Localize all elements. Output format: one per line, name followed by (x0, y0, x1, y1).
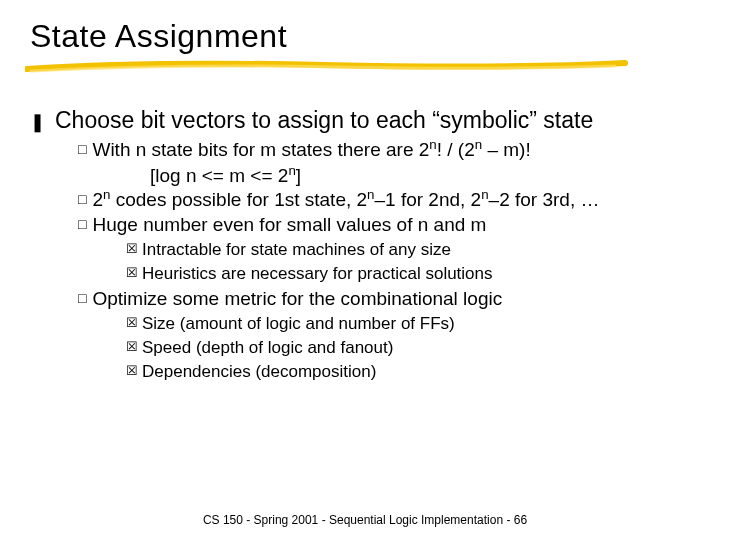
sub-item-codes: □ 2n codes possible for 1st state, 2n–1 … (78, 188, 700, 212)
sub-item-text: Optimize some metric for the combination… (92, 287, 700, 311)
sub-sub-item: ☒ Intractable for state machines of any … (126, 239, 700, 261)
superscript: n (481, 186, 488, 201)
sub-item-text: 2n codes possible for 1st state, 2n–1 fo… (92, 188, 700, 212)
sub-item-huge: □ Huge number even for small values of n… (78, 213, 700, 237)
sub-sub-item: ☒ Speed (depth of logic and fanout) (126, 337, 700, 359)
title-underline (25, 57, 700, 75)
superscript: n (367, 186, 374, 201)
slide-title: State Assignment (30, 18, 700, 55)
y-bullet-icon: □ (78, 216, 86, 234)
sub-sub-text: Intractable for state machines of any si… (142, 239, 700, 261)
slide-root: State Assignment ❚ Choose bit vectors to… (0, 0, 730, 547)
x-bullet-icon: ☒ (126, 339, 138, 356)
text-frag: ] (296, 165, 301, 186)
text-frag: With n state bits for m states there are… (92, 139, 429, 160)
text-frag: – m)! (482, 139, 531, 160)
sub-item-formula-1: □ With n state bits for m states there a… (78, 138, 700, 162)
superscript: n (288, 162, 295, 177)
sub-sub-list-b: ☒ Size (amount of logic and number of FF… (126, 313, 700, 383)
text-frag: 2 (92, 189, 103, 210)
sub-sub-text: Speed (depth of logic and fanout) (142, 337, 700, 359)
sub-sub-text: Dependencies (decomposition) (142, 361, 700, 383)
text-frag: ! / (2 (437, 139, 475, 160)
x-bullet-icon: ☒ (126, 363, 138, 380)
sub-list: □ With n state bits for m states there a… (78, 138, 700, 383)
sub-item-optimize: □ Optimize some metric for the combinati… (78, 287, 700, 311)
text-frag: –1 for 2nd, 2 (375, 189, 482, 210)
sub-sub-text: Size (amount of logic and number of FFs) (142, 313, 700, 335)
main-bullet-text: Choose bit vectors to assign to each “sy… (55, 107, 700, 134)
superscript: n (429, 137, 436, 152)
x-bullet-icon: ☒ (126, 315, 138, 332)
sub-item-text: Huge number even for small values of n a… (92, 213, 700, 237)
sub-sub-item: ☒ Dependencies (decomposition) (126, 361, 700, 383)
x-bullet-icon: ☒ (126, 241, 138, 258)
slide-footer: CS 150 - Spring 2001 - Sequential Logic … (0, 513, 730, 527)
text-frag: –2 for 3rd, … (489, 189, 600, 210)
sub-sub-text: Heuristics are necessary for practical s… (142, 263, 700, 285)
sub-sub-item: ☒ Size (amount of logic and number of FF… (126, 313, 700, 335)
text-frag: codes possible for 1st state, 2 (110, 189, 367, 210)
sub-item-formula-1-line2: [log n <= m <= 2n] (150, 164, 700, 188)
y-bullet-icon: □ (78, 141, 86, 159)
sub-sub-item: ☒ Heuristics are necessary for practical… (126, 263, 700, 285)
z-bullet-icon: ❚ (30, 111, 45, 133)
y-bullet-icon: □ (78, 290, 86, 308)
sub-sub-list-a: ☒ Intractable for state machines of any … (126, 239, 700, 285)
y-bullet-icon: □ (78, 191, 86, 209)
sub-item-text: With n state bits for m states there are… (92, 138, 700, 162)
main-bullet: ❚ Choose bit vectors to assign to each “… (30, 107, 700, 134)
x-bullet-icon: ☒ (126, 265, 138, 282)
text-frag: [log n <= m <= 2 (150, 165, 288, 186)
